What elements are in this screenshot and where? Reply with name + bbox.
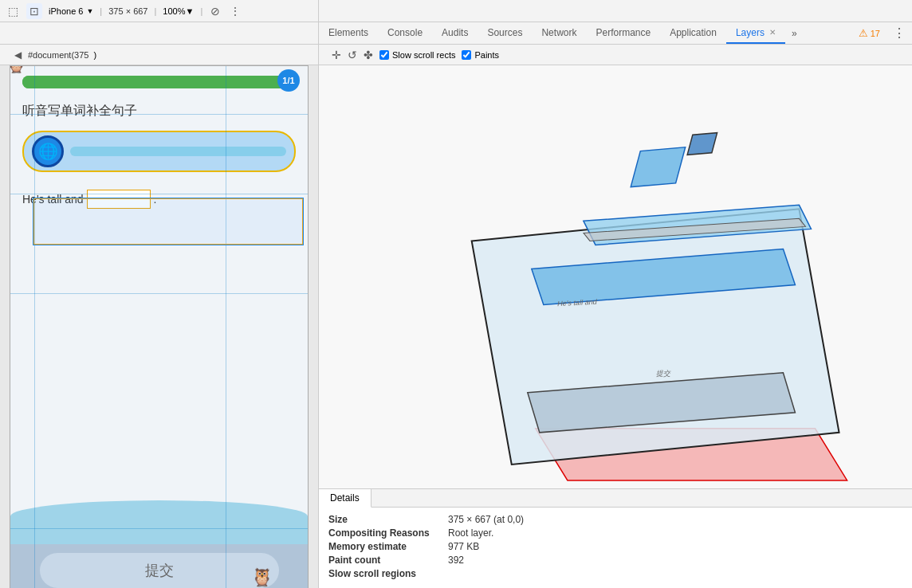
layer-tools: ✛ ↺ ✤ Slow scroll rects Paints — [325, 49, 505, 61]
detail-compositing-val: Root layer. — [448, 527, 493, 539]
detail-memory-key: Memory estimate — [328, 541, 448, 552]
detail-compositing-key: Compositing Reasons — [328, 527, 448, 539]
progress-owl-icon: 🦉 — [10, 65, 26, 74]
detail-size-val: 375 × 667 (at 0,0) — [448, 514, 524, 525]
slow-scroll-input[interactable] — [379, 50, 389, 60]
phone-preview-panel: 🦉 1/1 听音写单词补全句子 🌐 — [0, 65, 319, 588]
breadcrumb-suffix: ) — [93, 50, 96, 60]
tab-console[interactable]: Console — [378, 22, 432, 44]
tab-elements[interactable]: Elements — [319, 22, 378, 44]
tab-sources[interactable]: Sources — [478, 22, 532, 44]
fill-blank-input[interactable] — [87, 190, 151, 209]
top-toolbar: ⬚ ⊡ iPhone 6 ▼ | 375 × 667 | 100%▼ | ⊘ ⋮ — [0, 0, 912, 22]
tabs-overflow[interactable]: » — [785, 28, 804, 39]
phone-frame: 🦉 1/1 听音写单词补全句子 🌐 — [10, 65, 309, 588]
audio-icon[interactable]: 🌐 — [32, 135, 64, 167]
device-chevron: ▼ — [86, 7, 93, 15]
lesson-title: 听音写单词补全句子 — [10, 96, 308, 126]
breadcrumb-area: ◀ #document(375 ) — [6, 45, 319, 65]
detail-scroll-key: Slow scroll regions — [328, 568, 448, 579]
pan-tool-icon[interactable]: ✛ — [332, 49, 341, 61]
layer-submit-label: 提交 — [656, 369, 672, 378]
warning-badge[interactable]: ⚠ 17 — [852, 27, 886, 39]
main-content: 🦉 1/1 听音写单词补全句子 🌐 — [0, 65, 912, 588]
devtools-more-button[interactable]: ⋮ — [886, 25, 912, 41]
slow-scroll-label: Slow scroll rects — [392, 50, 455, 60]
layer-badge — [687, 133, 717, 155]
detail-compositing-row: Compositing Reasons Root layer. — [328, 527, 902, 539]
paints-input[interactable] — [462, 50, 471, 60]
devtools-tabs: Elements Console Audits Sources Network … — [0, 22, 912, 45]
layers-svg: He's tall and 提交 — [319, 65, 912, 488]
devtools-tabs-left — [0, 22, 319, 44]
detail-scroll-row: Slow scroll regions — [328, 568, 902, 579]
details-panel: Details Size 375 × 667 (at 0,0) Composit… — [319, 488, 912, 588]
detail-paint-row: Paint count 392 — [328, 555, 902, 566]
tab-layers-label: Layers — [736, 27, 765, 38]
tab-layers[interactable]: Layers ✕ — [726, 22, 785, 44]
paints-checkbox[interactable]: Paints — [462, 50, 499, 60]
warning-icon: ⚠ — [859, 27, 868, 39]
warning-count: 17 — [871, 29, 880, 38]
audio-track — [70, 147, 286, 156]
inspect-icon[interactable]: ⊡ — [26, 3, 42, 19]
separator: | — [100, 6, 102, 16]
phone-content: 🦉 1/1 听音写单词补全句子 🌐 — [10, 66, 308, 588]
device-toolbar: ⬚ ⊡ iPhone 6 ▼ | 375 × 667 | 100%▼ | ⊘ ⋮ — [0, 0, 319, 22]
devtools-tabs-right: Elements Console Audits Sources Network … — [319, 22, 912, 44]
layer-main — [472, 209, 839, 465]
tab-performance[interactable]: Performance — [586, 22, 660, 44]
paints-label: Paints — [474, 50, 499, 60]
audio-player[interactable]: 🌐 — [22, 131, 296, 172]
bottom-wave — [10, 500, 308, 548]
device-selector[interactable]: iPhone 6 ▼ — [49, 6, 93, 16]
layer-top-left — [631, 147, 685, 187]
layers-canvas[interactable]: He's tall and 提交 — [319, 65, 912, 488]
tab-network[interactable]: Network — [532, 22, 586, 44]
tab-audits[interactable]: Audits — [432, 22, 478, 44]
rotate-tool-icon[interactable]: ↺ — [348, 49, 357, 61]
detail-memory-val: 977 KB — [448, 541, 479, 552]
move-tool-icon[interactable]: ✤ — [364, 49, 373, 61]
details-tab-details[interactable]: Details — [319, 489, 371, 508]
more-options-icon[interactable]: ⋮ — [228, 3, 242, 19]
breadcrumb[interactable]: #document(375 — [28, 50, 88, 60]
fill-sentence: He's tall and . — [10, 177, 308, 221]
mobile-toggle-icon[interactable]: ⬚ — [6, 3, 20, 19]
progress-fill — [22, 76, 282, 88]
details-content: Size 375 × 667 (at 0,0) Compositing Reas… — [319, 508, 912, 588]
secondary-toolbar: ◀ #document(375 ) ✛ ↺ ✤ Slow scroll rect… — [0, 45, 912, 65]
zoom-selector[interactable]: 100%▼ — [163, 6, 194, 16]
detail-memory-row: Memory estimate 977 KB — [328, 541, 902, 552]
sentence-suffix: . — [154, 193, 157, 206]
submit-area: 提交 🦉 — [10, 544, 308, 588]
no-throttle-icon: ⊘ — [209, 3, 222, 19]
separator3: | — [200, 6, 202, 16]
detail-size-row: Size 375 × 667 (at 0,0) — [328, 514, 902, 525]
progress-bar: 1/1 — [22, 76, 296, 88]
grid-line-h3 — [10, 293, 308, 294]
detail-paint-val: 392 — [448, 555, 464, 566]
separator2: | — [154, 6, 156, 16]
submit-owl-icon: 🦉 — [251, 567, 273, 588]
slow-scroll-checkbox[interactable]: Slow scroll rects — [379, 50, 455, 60]
tab-application[interactable]: Application — [660, 22, 726, 44]
detail-paint-key: Paint count — [328, 555, 448, 566]
detail-size-key: Size — [328, 514, 448, 525]
sentence-prefix: He's tall and — [22, 193, 84, 206]
progress-badge: 1/1 — [277, 69, 300, 92]
back-icon[interactable]: ◀ — [13, 48, 23, 62]
audio-icon-glyph: 🌐 — [38, 142, 58, 161]
details-tabs: Details — [319, 489, 912, 508]
tab-layers-close[interactable]: ✕ — [769, 28, 776, 37]
progress-section: 🦉 1/1 — [10, 66, 308, 96]
layers-panel: He's tall and 提交 Details Size 375 × 667 … — [319, 65, 912, 588]
device-name: iPhone 6 — [49, 6, 83, 16]
dimension-display: 375 × 667 — [108, 6, 147, 16]
submit-button[interactable]: 提交 🦉 — [40, 553, 279, 588]
